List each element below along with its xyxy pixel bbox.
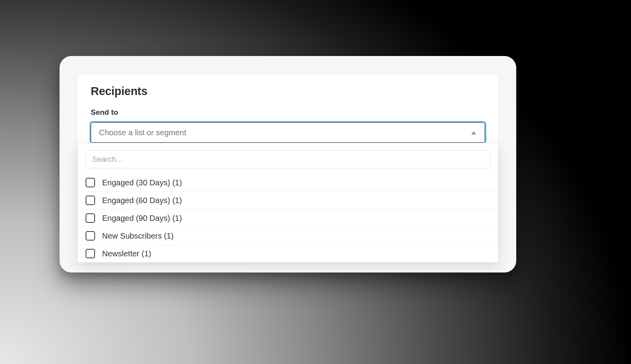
send-to-label: Send to <box>91 108 485 117</box>
dropdown-search-wrap <box>78 143 498 174</box>
checkbox-icon[interactable] <box>86 231 95 241</box>
option-label: Engaged (60 Days) (1) <box>102 196 182 205</box>
section-title: Recipients <box>91 85 485 98</box>
checkbox-icon[interactable] <box>86 196 95 205</box>
option-label: Engaged (90 Days) (1) <box>102 213 182 223</box>
dropdown-search-input[interactable] <box>86 150 490 168</box>
checkbox-icon[interactable] <box>86 249 95 258</box>
checkbox-icon[interactable] <box>86 213 95 223</box>
list-item[interactable]: Engaged (90 Days) (1) <box>78 209 498 227</box>
recipient-select[interactable]: Choose a list or segment <box>91 122 485 143</box>
list-item[interactable]: New Subscribers (1) <box>78 227 498 245</box>
recipients-panel: Recipients Send to Choose a list or segm… <box>77 73 499 247</box>
checkbox-icon[interactable] <box>86 178 95 187</box>
list-item[interactable]: Engaged (60 Days) (1) <box>78 191 498 209</box>
option-label: New Subscribers (1) <box>102 231 174 241</box>
option-label: Engaged (30 Days) (1) <box>102 178 182 187</box>
list-item[interactable]: Engaged (30 Days) (1) <box>78 174 498 191</box>
option-label: Newsletter (1) <box>102 249 151 258</box>
caret-up-icon <box>471 129 476 136</box>
list-item[interactable]: Newsletter (1) <box>78 245 498 262</box>
option-list: Engaged (30 Days) (1) Engaged (60 Days) … <box>78 174 498 262</box>
select-placeholder: Choose a list or segment <box>99 128 186 137</box>
recipients-modal: Recipients Send to Choose a list or segm… <box>60 56 516 273</box>
recipient-dropdown: Engaged (30 Days) (1) Engaged (60 Days) … <box>77 143 498 262</box>
